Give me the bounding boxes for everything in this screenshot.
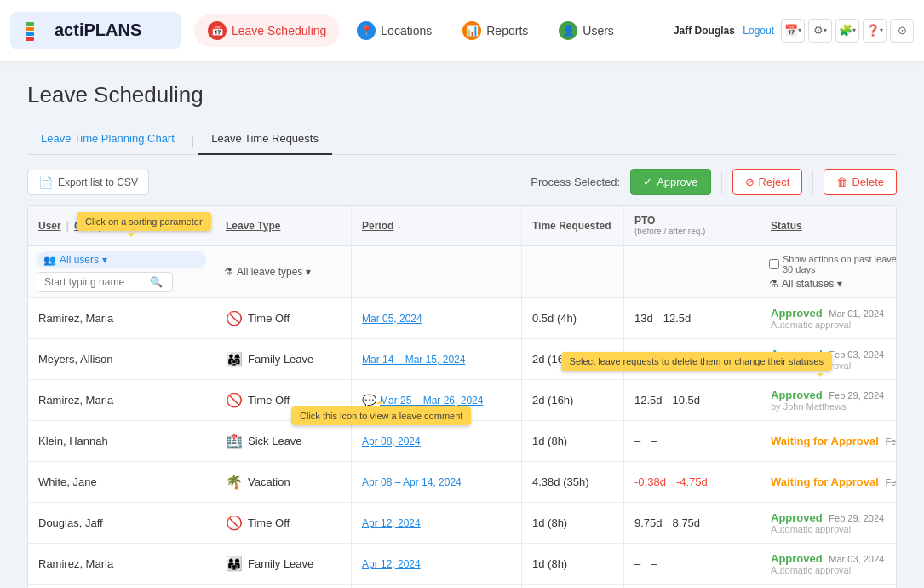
export-label: Export list to CSV (58, 176, 138, 188)
td-leave-type: 👨‍👩‍👧 Family Leave (215, 544, 352, 584)
nav-locations-label: Locations (381, 24, 432, 37)
pto-after: 10.5d (673, 394, 701, 406)
th-period-label[interactable]: Period (362, 220, 393, 232)
period-link[interactable]: Apr 08 – Apr 14, 2024 (362, 476, 462, 488)
logo-icon (24, 19, 48, 43)
nav-right: Jaff Douglas Logout 📅▾ ⚙▾ 🧩▾ ❓▾ ⊙ (674, 19, 914, 43)
status-filter[interactable]: ⚗ All statuses ▾ (769, 278, 897, 290)
pto-after: -4.75d (676, 476, 708, 488)
status-sub: by John Matthews (771, 401, 884, 412)
table-row: Klein, Hannah 🏥 Sick Leave Apr 08, 2024 … (28, 421, 896, 462)
nav-users[interactable]: 👤 Users (545, 14, 628, 47)
approve-checkmark-icon: ✓ (643, 176, 652, 188)
status-date: Feb 29, 2024 (829, 513, 884, 523)
td-time-requested: 2d (16h) (522, 380, 624, 420)
status-date: Feb 03, 2024 (829, 349, 884, 360)
user-search-field[interactable] (44, 276, 146, 288)
pto-filter-cell (624, 246, 760, 297)
period-link[interactable]: Mar 25 – Mar 26, 2024 (380, 395, 483, 406)
user-search-input[interactable]: 🔍 (37, 272, 173, 292)
td-user: Ramirez, Maria (28, 298, 215, 338)
td-user: Alvarez, Daniel (28, 585, 215, 588)
circle-action-btn[interactable]: ⊙ (890, 19, 914, 43)
leave-type-icon: 👨‍👩‍👧 (226, 556, 243, 572)
logo-area[interactable]: actiPLANS (10, 12, 181, 49)
filter-row: 👥 All users ▾ 🔍 ⚗ All leave types (28, 246, 896, 298)
nav-leave-scheduling[interactable]: 📅 Leave Scheduling (194, 14, 340, 47)
td-period: Apr 12, 2024 (352, 544, 522, 584)
svg-rect-2 (26, 27, 34, 31)
tab-planning-chart[interactable]: Leave Time Planning Chart (27, 125, 188, 155)
period-link[interactable]: Apr 08, 2024 (362, 435, 421, 447)
td-period: Apr 08, 2024 (352, 421, 522, 461)
pto-before: 13d (634, 312, 653, 325)
delete-label: Delete (852, 176, 884, 188)
table-row: White, Jane 🌴 Vacation Apr 08 – Apr 14, … (28, 462, 896, 503)
main-content: Leave Scheduling Leave Time Planning Cha… (0, 61, 924, 588)
nav-reports-label: Reports (486, 24, 528, 37)
table-row: Alvarez, Daniel 🚫 Time Off Apr 17 – Apr … (28, 585, 896, 588)
pto-before: 12.5d (634, 394, 663, 406)
sort-arrow-icon: ↓ (397, 221, 401, 230)
user-filter-cell: 👥 All users ▾ 🔍 (28, 246, 215, 297)
reject-button[interactable]: ⊘ Reject (732, 169, 803, 195)
td-user: Klein, Hannah (28, 421, 215, 461)
svg-rect-3 (26, 32, 34, 36)
td-period: Apr 17 – Apr 18, 2024 (352, 585, 522, 588)
status-date: Feb 29, 2024 (829, 390, 884, 401)
users-icon: 👤 (559, 21, 577, 40)
th-user-label[interactable]: User (38, 220, 61, 232)
time-filter-cell (522, 246, 624, 297)
td-leave-type: 🌴 Vacation (215, 462, 352, 502)
td-status: Waiting for Approval Feb 28, 2024 (760, 421, 897, 461)
leave-type-filter-label: All leave types (237, 266, 302, 278)
td-period: Mar 05, 2024 (352, 298, 522, 338)
logout-link[interactable]: Logout (743, 25, 774, 37)
td-time-requested: 0.5d (4h) (522, 298, 624, 338)
user-name: Jaff Douglas (674, 25, 735, 37)
status-sub: Automatic approval (771, 320, 884, 330)
toolbar: 📄 Export list to CSV Process Selected: ✓… (27, 169, 897, 195)
th-leave-type-label[interactable]: Leave Type (226, 220, 280, 232)
gear-action-btn[interactable]: ⚙▾ (808, 19, 832, 43)
period-link[interactable]: Apr 12, 2024 (362, 517, 421, 529)
table-row: Ramirez, Maria 🚫 Time Off Mar 05, 2024 0… (28, 298, 896, 339)
tab-time-requests[interactable]: Leave Time Requests (198, 125, 332, 155)
comment-icon[interactable]: 💬 (362, 394, 376, 407)
nav-locations[interactable]: 📍 Locations (343, 14, 445, 47)
plugin-action-btn[interactable]: 🧩▾ (835, 19, 859, 43)
all-users-filter[interactable]: 👥 All users ▾ (37, 251, 206, 268)
nav-leave-scheduling-label: Leave Scheduling (232, 24, 326, 37)
leave-type-filter-cell: ⚗ All leave types ▾ (215, 246, 352, 297)
table-body: Ramirez, Maria 🚫 Time Off Mar 05, 2024 0… (28, 298, 896, 588)
leave-type-icon: 🚫 (226, 392, 243, 408)
delete-button[interactable]: 🗑 Delete (824, 169, 897, 195)
status-date: Mar 03, 2024 (829, 554, 884, 564)
pto-before: 9.75d (634, 516, 663, 529)
help-action-btn[interactable]: ❓▾ (863, 19, 887, 43)
th-pto: PTO(before / after req.) (624, 206, 760, 245)
period-link[interactable]: Mar 05, 2024 (362, 313, 422, 325)
td-leave-type: 🚫 Time Off (215, 298, 352, 338)
page-title: Leave Scheduling (27, 82, 897, 108)
approve-button[interactable]: ✓ Approve (630, 169, 710, 195)
show-past-checkbox[interactable] (769, 259, 779, 269)
td-user: Meyers, Allison (28, 339, 215, 379)
th-status-label[interactable]: Status (771, 220, 802, 232)
export-csv-button[interactable]: 📄 Export list to CSV (27, 170, 149, 195)
leave-type-label: Family Leave (248, 557, 313, 570)
calendar-action-btn[interactable]: 📅▾ (781, 19, 805, 43)
td-period: Mar 14 – Mar 15, 2024 (352, 339, 522, 379)
td-pto: 9.75d 8.75d (624, 503, 760, 543)
nav-reports[interactable]: 📊 Reports (449, 14, 542, 47)
status-label: Waiting for Approval (771, 476, 879, 488)
td-time-requested: 4.38d (35h) (522, 462, 624, 502)
pto-after: – (651, 435, 657, 447)
status-label: Waiting for Approval (771, 435, 879, 447)
td-leave-type: 👨‍👩‍👧 Family Leave (215, 339, 352, 379)
leave-type-filter[interactable]: ⚗ All leave types ▾ (224, 266, 311, 278)
period-link[interactable]: Apr 12, 2024 (362, 558, 421, 570)
td-status: Waiting for Approval Feb 29, 2024 (760, 462, 897, 502)
td-leave-type: 🏥 Sick Leave (215, 421, 352, 461)
period-link[interactable]: Mar 14 – Mar 15, 2024 (362, 354, 465, 366)
